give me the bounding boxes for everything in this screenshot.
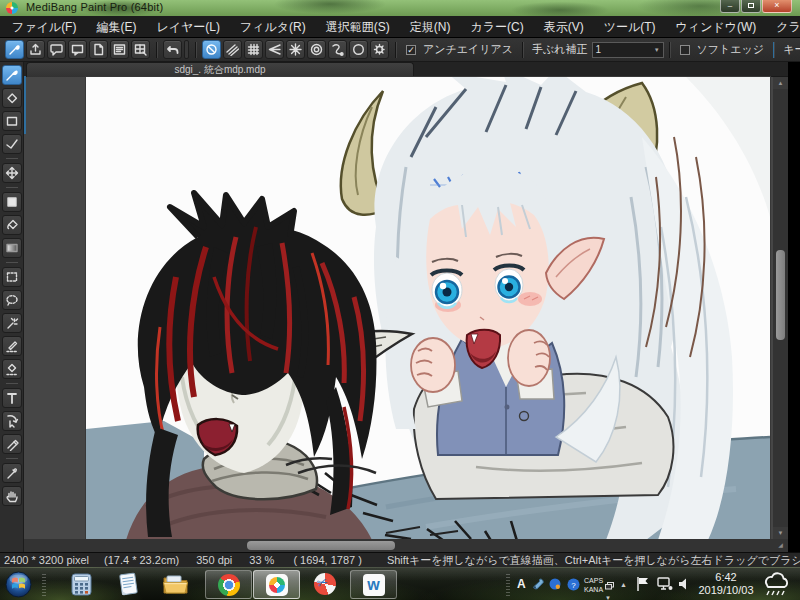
tool-text[interactable] xyxy=(2,388,22,408)
weather-widget[interactable] xyxy=(758,571,792,600)
resize-corner[interactable]: ◢ xyxy=(773,539,788,552)
tool-shape-select[interactable] xyxy=(2,111,22,131)
menu-edit[interactable]: 編集(E) xyxy=(86,16,146,38)
canvas-artwork[interactable] xyxy=(86,77,770,540)
export-button[interactable] xyxy=(26,40,45,59)
parallel-lines-icon xyxy=(226,43,239,56)
snap-curve-button[interactable] xyxy=(328,40,347,59)
toolbar-separator xyxy=(669,42,670,58)
status-zoom: 33 % xyxy=(249,554,274,566)
snap-radial-button[interactable] xyxy=(286,40,305,59)
ime-mode-indicator[interactable]: CAPS KANA xyxy=(584,577,603,593)
taskbar-chrome[interactable] xyxy=(205,570,252,599)
paint-bucket-icon xyxy=(5,218,19,232)
eraser-pen-icon xyxy=(5,437,19,451)
tool-move[interactable] xyxy=(2,163,22,183)
snap-ellipse-button[interactable] xyxy=(349,40,368,59)
soft-edge-checkbox[interactable] xyxy=(680,45,690,55)
comment-button[interactable] xyxy=(47,40,66,59)
menu-filter[interactable]: フィルタ(R) xyxy=(230,16,316,38)
show-hidden-icons-button[interactable]: ▲ xyxy=(620,581,627,588)
ime-language-indicator[interactable]: A xyxy=(517,577,526,591)
maximize-button[interactable] xyxy=(741,0,761,13)
tray-help-icon[interactable]: ? xyxy=(567,577,580,595)
snap-parallel-button[interactable] xyxy=(223,40,242,59)
close-button[interactable]: × xyxy=(762,0,792,13)
redo-collapsed-button[interactable] xyxy=(184,40,189,59)
taskbar-file-explorer[interactable] xyxy=(162,572,189,600)
tool-operation[interactable] xyxy=(2,411,22,431)
action-center-flag-icon[interactable] xyxy=(635,576,650,596)
taskbar-medibang[interactable] xyxy=(253,570,300,599)
stabilization-dropdown[interactable]: 1 ▼ xyxy=(592,42,664,58)
snap-vanishing-button[interactable] xyxy=(265,40,284,59)
ime-tools-icon[interactable]: ▼ xyxy=(605,576,615,600)
tool-eraser[interactable] xyxy=(2,88,22,108)
menu-color[interactable]: カラー(C) xyxy=(460,16,533,38)
palette-separator xyxy=(6,158,18,159)
tool-bucket[interactable] xyxy=(2,215,22,235)
tool-eyedropper[interactable] xyxy=(2,463,22,483)
hand-icon xyxy=(5,489,19,503)
taskbar-snipping-tool[interactable]: ✂ xyxy=(314,573,336,595)
snap-settings-button[interactable] xyxy=(370,40,389,59)
artwork-illustration xyxy=(86,77,770,540)
taskbar-separator xyxy=(42,574,46,596)
grid-edit-button[interactable] xyxy=(131,40,150,59)
taskbar-calculator[interactable] xyxy=(70,573,93,600)
document-list-button[interactable] xyxy=(110,40,129,59)
caps-label: CAPS xyxy=(584,577,603,584)
menu-cloud[interactable]: クラウド(O) xyxy=(766,16,800,38)
menu-window[interactable]: ウィンドウ(W) xyxy=(666,16,767,38)
medibang-app-icon xyxy=(6,2,18,14)
tool-lasso[interactable] xyxy=(2,290,22,310)
snap-off-button[interactable] xyxy=(202,40,221,59)
select-eraser-icon xyxy=(5,362,19,376)
tool-shape-brush[interactable] xyxy=(2,192,22,212)
window-controls: – × xyxy=(719,0,792,13)
tool-select-pen[interactable] xyxy=(2,336,22,356)
minimize-button[interactable]: – xyxy=(720,0,740,13)
panel-comment-button[interactable] xyxy=(68,40,87,59)
tool-eraser-pen[interactable] xyxy=(2,434,22,454)
horizontal-scrollbar[interactable] xyxy=(24,539,773,552)
volume-icon[interactable] xyxy=(678,577,691,595)
status-bar: 2400 * 3200 pixel (17.4 * 23.2cm) 350 dp… xyxy=(0,552,800,567)
menu-tool[interactable]: ツール(T) xyxy=(594,16,666,38)
tool-magic-wand[interactable] xyxy=(2,313,22,333)
undo-button[interactable] xyxy=(163,40,182,59)
taskbar-w-app[interactable]: w xyxy=(350,570,397,599)
tool-gradient[interactable] xyxy=(2,238,22,258)
scroll-up-arrow[interactable]: ▲ xyxy=(773,77,788,89)
radial-icon xyxy=(289,43,302,56)
menu-select[interactable]: 選択範囲(S) xyxy=(316,16,400,38)
menu-file[interactable]: ファイル(F) xyxy=(2,16,86,38)
stabilization-label: 手ぶれ補正 xyxy=(532,42,588,57)
tool-marquee-select[interactable] xyxy=(2,267,22,287)
tray-app-blue-icon[interactable] xyxy=(549,577,562,595)
network-icon[interactable] xyxy=(657,577,673,595)
tool-brush[interactable] xyxy=(2,65,22,85)
title-bar[interactable]: MediBang Paint Pro (64bit) – × xyxy=(0,0,800,16)
document-button[interactable] xyxy=(89,40,108,59)
tool-hand[interactable] xyxy=(2,486,22,506)
concentric-circles-icon xyxy=(310,43,323,56)
menu-layer[interactable]: レイヤー(L) xyxy=(146,16,230,38)
antialias-checkbox[interactable]: ✓ xyxy=(406,45,416,55)
taskbar-notepad[interactable] xyxy=(116,572,141,600)
document-tab[interactable]: sdgi_. 統合mdp.mdp xyxy=(26,62,414,77)
vertical-scrollbar[interactable]: ▲ ▼ xyxy=(773,77,788,539)
brush-active-button[interactable] xyxy=(5,40,24,59)
vertical-scroll-thumb[interactable] xyxy=(776,250,785,340)
taskbar-clock[interactable]: 6:42 2019/10/03 xyxy=(698,571,754,597)
tray-wrench-icon[interactable] xyxy=(531,577,545,595)
menu-ruler[interactable]: 定規(N) xyxy=(400,16,461,38)
tool-select-eraser[interactable] xyxy=(2,359,22,379)
tool-polyline[interactable] xyxy=(2,134,22,154)
menu-view[interactable]: 表示(V) xyxy=(534,16,594,38)
snap-grid-button[interactable] xyxy=(244,40,263,59)
horizontal-scroll-thumb[interactable] xyxy=(247,541,395,550)
snap-concentric-button[interactable] xyxy=(307,40,326,59)
scroll-down-arrow[interactable]: ▼ xyxy=(773,527,788,539)
start-button[interactable] xyxy=(5,571,32,600)
